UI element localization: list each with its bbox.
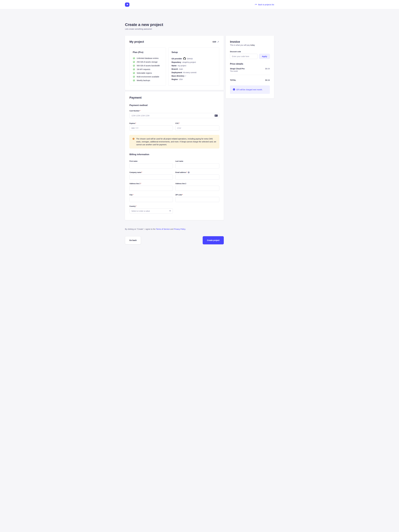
email-label: Email address* <box>175 171 219 173</box>
card-number-field: Card Number* <box>130 110 219 118</box>
plan-box: Plan (Pro) Unlimited database entries 25… <box>130 47 166 86</box>
card-number-input[interactable] <box>130 113 219 118</box>
setup-row-region: Region USA <box>171 78 216 80</box>
warning-text: The chosen card will be used for all pro… <box>136 137 216 146</box>
plan-title: Plan (Pro) <box>133 51 163 54</box>
price-line-amount: $8.04 <box>265 68 270 72</box>
last-name-label: Last name <box>175 160 219 162</box>
setup-rows: Git provider GitHub Repository strapi/my… <box>171 57 216 80</box>
first-name-label: First name <box>130 160 173 162</box>
discount-code-input[interactable] <box>230 54 258 59</box>
discount-code-label: Discount code <box>230 51 270 53</box>
cvc-input[interactable] <box>175 126 219 131</box>
pencil-icon <box>217 41 219 43</box>
go-back-button[interactable]: Go back <box>125 236 141 244</box>
check-icon <box>133 76 135 78</box>
invoice-title: Invoice <box>230 40 270 44</box>
card-usage-warning: The chosen card will be used for all pro… <box>130 135 219 148</box>
first-name-input[interactable] <box>130 163 173 168</box>
required-marker: * <box>140 110 140 112</box>
last-name-input[interactable] <box>175 163 219 168</box>
check-icon <box>133 72 135 74</box>
zip-code-label: ZIP code* <box>175 194 219 196</box>
payment-method-title: Payment method <box>130 104 219 107</box>
plan-feature: Selectable regions <box>133 72 163 74</box>
back-to-projects-link[interactable]: Back to projects list <box>255 3 274 6</box>
country-select[interactable]: Select or enter a value <box>130 208 173 214</box>
terms-of-service-link[interactable]: Terms of Service <box>156 228 170 230</box>
email-input[interactable] <box>175 175 219 180</box>
required-marker: * <box>133 194 133 196</box>
expires-field: Expires* <box>130 122 173 131</box>
plan-feature: Weekly backups <box>133 79 163 82</box>
billing-title: Billing information <box>130 153 219 156</box>
email-field: Email address* <box>175 171 219 180</box>
github-icon <box>183 57 186 60</box>
address-line2-field: Address line 2 <box>175 183 219 191</box>
price-details-title: Price details <box>230 63 270 65</box>
city-input[interactable] <box>130 197 173 202</box>
setup-row-branch: Branch main <box>171 68 216 70</box>
edit-label: Edit <box>213 41 216 43</box>
expires-input[interactable] <box>130 126 173 131</box>
country-select-placeholder: Select or enter a value <box>131 210 150 212</box>
address-line1-field: Address line 1* <box>130 183 173 191</box>
setup-row-deployment: Deployment At every commit <box>171 71 216 74</box>
country-label: Country* <box>130 205 173 207</box>
apply-discount-button[interactable]: Apply <box>259 54 270 59</box>
setup-row-base-directory: Base directory / <box>171 75 216 77</box>
address-line1-label: Address line 1* <box>130 183 173 185</box>
plan-feature: Unlimited database entries <box>133 57 163 59</box>
address-line2-input[interactable] <box>175 186 219 191</box>
address-line1-input[interactable] <box>130 186 173 191</box>
setup-row-repository: Repository strapi/my-project <box>171 61 216 63</box>
info-icon <box>233 88 235 91</box>
city-label: City* <box>130 194 173 196</box>
check-icon <box>133 68 135 70</box>
plan-feature: 1M API requests <box>133 68 163 70</box>
credit-card-icon <box>215 114 218 117</box>
setup-row-name: Name my-project <box>171 65 216 67</box>
strapi-logo[interactable] <box>125 2 130 7</box>
required-marker: * <box>136 205 137 207</box>
notice-text: $75 will be charged next month. <box>236 89 262 91</box>
company-name-input[interactable] <box>130 175 173 180</box>
company-name-field: Company name* <box>130 171 173 180</box>
edit-project-button[interactable]: Edit <box>213 41 219 43</box>
check-icon <box>133 61 135 63</box>
setup-box: Setup Git provider GitHub Repository <box>168 47 219 86</box>
required-marker: * <box>135 122 136 124</box>
setup-row-git-provider: Git provider GitHub <box>171 57 216 60</box>
country-field: Country* Select or enter a value <box>130 205 173 214</box>
app-header: Back to projects list <box>0 0 399 9</box>
check-icon <box>133 79 135 82</box>
project-summary-card: My project Edit Plan (Pro) Unlimited dat… <box>125 36 224 90</box>
zip-code-input[interactable] <box>175 197 219 202</box>
check-icon <box>133 57 135 59</box>
plan-feature: Multi-environment available <box>133 76 163 78</box>
total-amount: $8.04 <box>265 79 270 81</box>
required-marker: * <box>141 183 141 185</box>
last-name-field: Last name <box>175 160 219 168</box>
payment-title: Payment <box>130 96 219 99</box>
required-marker: * <box>182 194 183 196</box>
invoice-card: Invoice This is what you will pay today … <box>226 36 274 98</box>
required-marker: * <box>141 171 142 173</box>
back-arrow-icon <box>255 3 257 6</box>
privacy-policy-link[interactable]: Privacy Policy <box>174 228 185 230</box>
warning-icon <box>132 138 135 146</box>
required-marker: * <box>186 171 187 173</box>
company-name-label: Company name* <box>130 171 173 173</box>
price-line-item: Strapi Cloud Pro This month $8.04 <box>230 68 270 72</box>
back-link-label: Back to projects list <box>258 4 274 6</box>
total-label: TOTAL <box>230 79 236 81</box>
zip-code-field: ZIP code* <box>175 194 219 202</box>
info-icon[interactable] <box>188 171 190 173</box>
cvc-label: CVC* <box>175 122 219 124</box>
create-project-button[interactable]: Create project <box>203 236 224 244</box>
card-number-label: Card Number* <box>130 110 219 112</box>
city-field: City* <box>130 194 173 202</box>
address-line2-label: Address line 2 <box>175 183 219 185</box>
cvc-field: CVC* <box>175 122 219 131</box>
plan-feature: 250 GB of assets storage <box>133 61 163 63</box>
